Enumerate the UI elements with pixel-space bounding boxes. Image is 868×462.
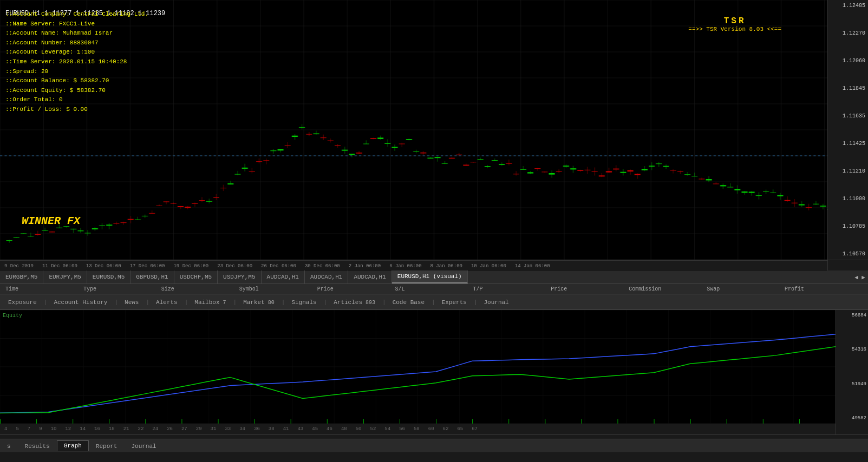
equity-time-label: 29 [192,426,206,432]
symbol-tab[interactable]: EURJPY,M5 [43,270,87,283]
equity-time-label: 21 [119,426,134,432]
time-axis-row: 9 Dec 201911 Dec 06:0013 Dec 06:0017 Dec… [0,260,868,270]
equity-price-label: 54316 [838,347,866,352]
bottom-tab-experts[interactable]: Experts [436,297,473,308]
tab-nav-arrows[interactable]: ◀ ▶ [852,270,868,283]
tab-separator: | [430,299,436,306]
equity-time-label: 26 [162,426,177,432]
time-label: 19 Dec 06:00 [169,263,213,269]
symbol-tab[interactable]: USDJPY,M5 [218,270,261,283]
symbol-tab[interactable]: AUDCAD,H1 [262,270,305,283]
price-level-label: 1.11425 [831,141,865,147]
symbol-tab[interactable]: USDCHF,M5 [174,270,218,283]
equity-time-label: 4 [0,426,11,432]
equity-time-label: 14 [75,426,90,432]
bottom-tab-journal[interactable]: Journal [479,297,515,308]
symbol-tab[interactable]: AUDCAD,H1 [305,270,348,283]
equity-price-label: 51949 [838,381,866,387]
bottom-tab-account-history[interactable]: Account History [48,297,113,308]
time-label: 10 Jan 06:00 [467,263,511,269]
price-level-label: 1.12485 [831,3,865,9]
main-chart: EURUSD,H1 1.11277 1.11285 1.11182 1.1123… [0,0,868,260]
equity-time-label: 60 [424,426,439,432]
equity-time-label: 33 [220,426,235,432]
equity-time-label: 27 [177,426,192,432]
bottom-tab-code-base[interactable]: Code Base [387,297,430,308]
equity-time-label: 16 [90,426,105,432]
symbol-tab[interactable]: EURGBP,M5 [0,270,43,283]
trade-table-header: TimeTypeSizeSymbolPriceS/LT/PPriceCommis… [0,284,868,295]
time-label: 30 Dec 06:00 [301,263,344,269]
time-label: 17 Dec 06:00 [126,263,169,269]
equity-time-label: 58 [409,426,424,432]
table-column-header: Type [83,286,161,292]
page-tabs: sResultsGraphReportJournal [0,439,868,452]
equity-time-label: 54 [380,426,395,432]
equity-price-label: 49582 [838,415,866,421]
price-level-label: 1.11210 [831,168,865,174]
equity-time-label: 24 [148,426,162,432]
page-tab-s[interactable]: s [0,441,18,451]
bottom-tab-mailbox[interactable]: Mailbox 7 [189,297,232,308]
equity-price-label: 56684 [838,313,866,318]
equity-time-label: 52 [366,426,381,432]
symbol-tab[interactable]: GBPUSD,H1 [130,270,174,283]
tab-separator: | [381,299,387,306]
chart-canvas [0,0,868,260]
tab-separator: | [43,299,49,306]
equity-time-label: 22 [134,426,148,432]
tab-badge: 893 [362,300,375,306]
tab-separator: | [145,299,151,306]
equity-time-label: 38 [264,426,279,432]
table-column-header: Symbol [239,286,317,292]
time-label: 8 Jan 06:00 [426,263,467,269]
equity-scrollbar[interactable] [0,434,868,439]
price-level-label: 1.11845 [831,85,865,91]
bottom-tab-market[interactable]: Market 80 [238,297,280,308]
tab-separator: | [232,299,238,306]
equity-canvas [0,310,836,424]
equity-time-label: 48 [337,426,351,432]
page-tab-graph[interactable]: Graph [57,440,89,451]
time-label: 11 Dec 06:00 [38,263,82,269]
bottom-tab-signals[interactable]: Signals [286,297,322,308]
price-level-label: 1.12060 [831,58,865,64]
equity-time-label: 62 [439,426,453,432]
equity-time-axis: 4579101214161821222426272931333436384143… [0,424,836,434]
equity-time-label: 43 [293,426,308,432]
equity-time-label: 12 [61,426,75,432]
table-column-header: Swap [707,286,785,292]
equity-time-label: 65 [453,426,467,432]
symbol-tabs: EURGBP,M5EURJPY,M5EURUSD,M5GBPUSD,H1USDC… [0,270,868,284]
equity-time-label: 36 [250,426,264,432]
symbol-tab[interactable]: EURUSD,H1 (visual) [392,270,468,283]
equity-time-label: 18 [105,426,119,432]
page-tab-journal[interactable]: Journal [124,441,163,451]
table-column-header: T/P [473,286,551,292]
price-axis: 1.124851.122701.120601.118451.116351.114… [827,0,868,260]
time-label: 2 Jan 06:00 [344,263,385,269]
tab-separator: | [280,299,286,306]
bottom-tab-articles[interactable]: Articles 893 [328,297,381,308]
symbol-tab[interactable]: EURUSD,M5 [87,270,130,283]
page-tab-report[interactable]: Report [89,441,125,451]
tab-badge: 7 [220,300,226,306]
equity-time-label: 7 [23,426,35,432]
bottom-tab-alerts[interactable]: Alerts [151,297,184,308]
price-level-label: 1.11635 [831,113,865,119]
table-column-header: Price [317,286,395,292]
bottom-tab-exposure[interactable]: Exposure [3,297,43,308]
tab-separator: | [113,299,119,306]
tab-separator: | [323,299,329,306]
equity-time-label: 46 [322,426,337,432]
equity-time-label: 10 [47,426,61,432]
symbol-tab[interactable]: AUDCAD,H1 [348,270,391,283]
bottom-tab-news[interactable]: News [119,297,145,308]
price-level-label: 1.11000 [831,196,865,202]
bottom-tabs: Exposure|Account History|News|Alerts|Mai… [0,295,868,310]
table-column-header: Size [161,286,239,292]
tab-separator: | [184,299,190,306]
page-tab-results[interactable]: Results [18,441,57,451]
time-label: 6 Jan 06:00 [385,263,426,269]
tab-badge: 80 [265,300,275,306]
